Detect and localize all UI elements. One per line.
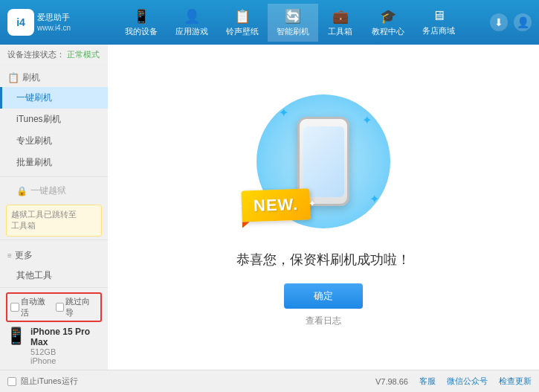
auto-activate-option[interactable]: 自动激活 [10, 296, 53, 318]
nav-tab-my-device[interactable]: 📱 我的设备 [116, 4, 167, 42]
divider-1 [0, 176, 108, 177]
logo-area: i4 爱思助手 www.i4.cn [7, 9, 89, 36]
version-label: V7.98.66 [375, 377, 408, 386]
auto-options-group: 自动激活 跳过向导 [6, 292, 102, 322]
stop-itunes-checkbox[interactable] [7, 377, 16, 386]
header-right: ⬇ 👤 [490, 13, 532, 31]
nav-tab-smart-flash[interactable]: 🔄 智能刷机 [268, 4, 318, 42]
sidebar-item-batch-flash[interactable]: 批量刷机 [0, 152, 108, 173]
sidebar-item-other-tools[interactable]: 其他工具 [0, 265, 108, 286]
phone-screen [303, 126, 344, 197]
sparkle-icon-3: ✦ [369, 192, 379, 206]
guide-activate-option[interactable]: 跳过向导 [56, 296, 98, 318]
nav-tab-toolbox[interactable]: 💼 工具箱 [318, 4, 363, 42]
success-illustration: ✦ ✦ ✦ ✦ NEW. ✦ [249, 87, 398, 236]
confirm-button[interactable]: 确定 [284, 283, 363, 309]
device-type: iPhone [30, 356, 102, 365]
app-statusbar: 阻止iTunes运行 V7.98.66 客服 微信公众号 检查更新 [0, 370, 539, 392]
body-area: 设备连接状态： 正常模式 📋 刷机 一键刷机 iTunes刷机 专业刷机 批量刷… [0, 45, 539, 370]
sidebar-item-itunes-flash[interactable]: iTunes刷机 [0, 109, 108, 130]
sparkle-icon-2: ✦ [362, 113, 372, 127]
content-area: ✦ ✦ ✦ ✦ NEW. ✦ 恭喜您，保资料刷机成功啦！ 确定 查看日志 [108, 45, 539, 370]
nav-tab-service[interactable]: 🖥 务店商域 [413, 4, 464, 42]
nav-tab-tutorial[interactable]: 🎓 教程中心 [363, 4, 413, 42]
device-phone-icon: 📱 [6, 327, 26, 346]
device-name: iPhone 15 Pro Max [30, 327, 102, 347]
success-message: 恭喜您，保资料刷机成功啦！ [236, 251, 410, 269]
service-icon: 🖥 [432, 8, 445, 24]
view-log-link[interactable]: 查看日志 [306, 315, 341, 327]
logo-char: i4 [16, 16, 25, 28]
flash-section-icon: 📋 [7, 72, 19, 83]
tutorial-icon: 🎓 [380, 8, 396, 25]
nav-tab-ringtone[interactable]: 📋 铃声壁纸 [217, 4, 268, 42]
nav-tabs: 📱 我的设备 👤 应用游戏 📋 铃声壁纸 🔄 智能刷机 💼 工具箱 🎓 教程中心… [89, 4, 490, 42]
toolbox-icon: 💼 [332, 8, 349, 25]
auto-activate-checkbox[interactable] [10, 303, 19, 312]
apps-icon: 👤 [184, 8, 200, 25]
ringtone-icon: 📋 [234, 8, 251, 25]
lock-icon: 🔒 [16, 186, 28, 196]
logo-icon: i4 [7, 9, 34, 36]
device-info: 📱 iPhone 15 Pro Max 512GB iPhone [6, 327, 102, 365]
star-right-icon: ✦ [309, 199, 316, 209]
download-button[interactable]: ⬇ [490, 13, 508, 31]
sidebar-wrapper: 设备连接状态： 正常模式 📋 刷机 一键刷机 iTunes刷机 专业刷机 批量刷… [0, 45, 108, 370]
star-left-icon: ✦ [236, 202, 243, 212]
device-storage: 512GB [30, 347, 102, 356]
wechat-link[interactable]: 微信公众号 [447, 376, 488, 387]
sidebar-top: 设备连接状态： 正常模式 📋 刷机 一键刷机 iTunes刷机 专业刷机 批量刷… [0, 45, 108, 287]
app-header: i4 爱思助手 www.i4.cn 📱 我的设备 👤 应用游戏 📋 铃声壁纸 🔄… [0, 0, 539, 45]
guide-activate-checkbox[interactable] [56, 303, 65, 312]
user-button[interactable]: 👤 [514, 13, 532, 31]
new-banner: ✦ NEW. ✦ [241, 188, 311, 222]
client-link[interactable]: 客服 [419, 376, 436, 387]
sidebar-item-one-key-flash[interactable]: 一键刷机 [0, 87, 108, 109]
sparkle-icon-1: ✦ [279, 106, 288, 120]
status-left: 阻止iTunes运行 [7, 376, 361, 387]
jailbreak-warning: 越狱工具已跳转至工具箱 [6, 205, 102, 237]
sidebar-bottom: 自动激活 跳过向导 📱 iPhone 15 Pro Max 512GB iPho… [0, 287, 108, 370]
check-update-link[interactable]: 检查更新 [499, 376, 532, 387]
nav-tab-apps[interactable]: 👤 应用游戏 [167, 4, 217, 42]
flash-icon: 🔄 [285, 8, 301, 25]
device-text: iPhone 15 Pro Max 512GB iPhone [30, 327, 102, 365]
status-right: V7.98.66 客服 微信公众号 检查更新 [375, 376, 532, 387]
status-bar-sidebar: 设备连接状态： 正常模式 [0, 45, 108, 65]
sidebar-flash-header: 📋 刷机 [0, 65, 108, 87]
logo-text: 爱思助手 www.i4.cn [37, 12, 71, 32]
sidebar-jailbreak-header: 🔒 一键越狱 [0, 180, 108, 202]
device-icon: 📱 [133, 8, 149, 25]
more-icon: ≡ [7, 251, 12, 260]
sidebar-item-pro-flash[interactable]: 专业刷机 [0, 130, 108, 152]
sidebar-more-header: ≡ 更多 [0, 243, 108, 265]
divider-2 [0, 240, 108, 240]
